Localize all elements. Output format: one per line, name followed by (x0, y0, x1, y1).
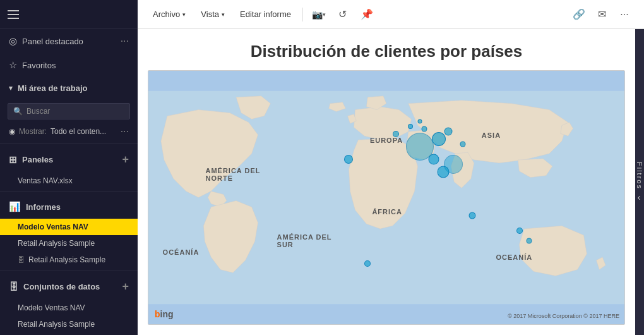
sidebar-item-retail-analysis-2[interactable]: 🗄 Retail Analysis Sample (0, 252, 138, 268)
divider-3 (0, 271, 138, 271)
bubble-africa (468, 212, 475, 219)
world-map-svg (148, 71, 624, 324)
conjuntos-label: Conjuntos de datos (23, 282, 100, 291)
favoritos-label: Favoritos (22, 61, 129, 70)
bubble-6 (429, 154, 439, 165)
eye-icon: ◉ (9, 127, 15, 136)
map-container: AMÉRICA DELNORTE EUROPA ASIA ÁFRICA OCÉA… (148, 70, 625, 325)
sidebar-item-favoritos[interactable]: ☆ Favoritos (0, 53, 138, 77)
share-icon: 🔗 (573, 8, 585, 20)
mail-button[interactable]: ✉ (591, 4, 612, 25)
bubble-australia (516, 228, 523, 234)
map-copyright: © 2017 Microsoft Corporation © 2017 HERE (508, 313, 619, 319)
bubble-south-america (364, 260, 371, 267)
sidebar-section-mi-area[interactable]: ▾ Mi área de trabajo (0, 77, 138, 99)
star-icon: ☆ (9, 59, 17, 71)
bubble-europe-sm (444, 128, 453, 136)
ventas-nav-label: Ventas NAV.xlsx (18, 176, 73, 185)
vista-chevron-icon: ▾ (222, 11, 225, 18)
chevron-down-icon: ▾ (9, 84, 13, 92)
sidebar-content: ◎ Panel destacado ··· ☆ Favoritos ▾ Mi á… (0, 29, 138, 335)
camera-mode-button[interactable]: 📷 ▾ (308, 4, 330, 25)
sidebar-item-modelo-ventas-nav-ds[interactable]: Modelo Ventas NAV (0, 300, 138, 316)
bubble-1 (393, 131, 399, 137)
reports-icon: 📊 (9, 201, 21, 212)
search-icon: 🔍 (13, 107, 23, 116)
chevron-left-icon: ‹ (638, 192, 642, 202)
panel-dots[interactable]: ··· (121, 35, 129, 47)
bubble-2 (408, 124, 413, 129)
retail-analysis-1-label: Retail Analysis Sample (18, 239, 95, 248)
filtros-label: Filtros (636, 162, 643, 190)
vista-label: Vista (201, 9, 219, 19)
sidebar-item-modelo-ventas-nav[interactable]: Modelo Ventas NAV (0, 219, 138, 235)
panel-icon: ◎ (9, 35, 17, 47)
vista-button[interactable]: Vista ▾ (194, 6, 231, 23)
paneles-label: Paneles (22, 155, 53, 164)
datasets-icon: 🗄 (9, 281, 18, 292)
main-content: Distribución de clientes por países (138, 29, 635, 335)
sidebar-section-informes[interactable]: 📊 Informes (0, 195, 138, 219)
mostrar-value: Todo el conten... (51, 127, 106, 136)
add-panel-button[interactable]: + (122, 153, 129, 166)
bing-logo: bing (155, 309, 174, 319)
sidebar-top-bar (0, 0, 138, 29)
sidebar-section-paneles[interactable]: ⊞ Paneles + (0, 147, 138, 173)
share-button[interactable]: 🔗 (568, 4, 590, 25)
more-button[interactable]: ··· (614, 4, 635, 25)
topbar-separator-1 (302, 8, 303, 21)
search-box[interactable]: 🔍 (8, 103, 130, 119)
bubble-nz (527, 238, 532, 243)
search-input[interactable] (27, 107, 124, 116)
editar-informe-button[interactable]: Editar informe (234, 6, 297, 23)
show-dots[interactable]: ··· (121, 126, 129, 137)
filters-panel[interactable]: Filtros ‹ (635, 29, 644, 335)
sidebar-item-retail-analysis-ds[interactable]: Retail Analysis Sample (0, 316, 138, 332)
bubble-3 (417, 119, 422, 124)
retail-analysis-2-label: Retail Analysis Sample (28, 255, 105, 264)
panels-icon: ⊞ (9, 154, 17, 166)
mostrar-label: Mostrar: (19, 127, 47, 136)
bubble-north-america (344, 155, 353, 164)
mi-area-label: Mi área de trabajo (18, 83, 88, 93)
mail-icon: ✉ (598, 8, 606, 20)
divider-1 (0, 143, 138, 144)
refresh-icon: ↺ (338, 8, 347, 20)
modelo-ventas-nav-ds-label: Modelo Ventas NAV (18, 303, 85, 312)
report-title: Distribución de clientes por países (138, 29, 635, 70)
bubble-europe-mid (432, 132, 446, 146)
hamburger-icon[interactable] (8, 10, 19, 19)
pin-button[interactable]: 📌 (356, 4, 378, 25)
add-dataset-button[interactable]: + (122, 280, 129, 293)
retail-analysis-ds-label: Retail Analysis Sample (18, 320, 95, 329)
show-row: ◉ Mostrar: Todo el conten... ··· (0, 122, 138, 141)
bubble-5 (460, 142, 465, 147)
sidebar-item-ventas-nav[interactable]: Ventas NAV.xlsx (0, 173, 138, 189)
camera-icon: 📷 (312, 9, 323, 20)
editar-informe-label: Editar informe (240, 9, 291, 19)
archivo-button[interactable]: Archivo ▾ (146, 6, 192, 23)
bing-b-icon: b (155, 309, 160, 319)
camera-chevron-icon: ▾ (323, 11, 326, 18)
informes-label: Informes (26, 202, 61, 212)
modelo-ventas-nav-label: Modelo Ventas NAV (18, 222, 88, 231)
sidebar-item-panel-destacado[interactable]: ◎ Panel destacado ··· (0, 29, 138, 53)
sidebar-item-retail-analysis-1[interactable]: Retail Analysis Sample (0, 235, 138, 252)
sidebar-section-conjuntos[interactable]: 🗄 Conjuntos de datos + (0, 274, 138, 300)
archivo-label: Archivo (153, 9, 180, 19)
divider-2 (0, 192, 138, 192)
topbar-right: 🔗 ✉ ··· (568, 4, 635, 25)
bubble-7 (438, 166, 450, 178)
bing-text: ing (160, 309, 174, 319)
sidebar: ◎ Panel destacado ··· ☆ Favoritos ▾ Mi á… (0, 0, 138, 335)
more-icon: ··· (620, 9, 628, 20)
panel-destacado-label: Panel destacado (22, 37, 116, 46)
archivo-chevron-icon: ▾ (182, 11, 186, 18)
refresh-button[interactable]: ↺ (332, 4, 354, 25)
pin-icon: 📌 (361, 8, 373, 20)
bubble-4 (422, 126, 427, 132)
topbar: Archivo ▾ Vista ▾ Editar informe 📷 ▾ ↺ 📌… (138, 0, 644, 29)
dataset-icon: 🗄 (18, 256, 25, 264)
